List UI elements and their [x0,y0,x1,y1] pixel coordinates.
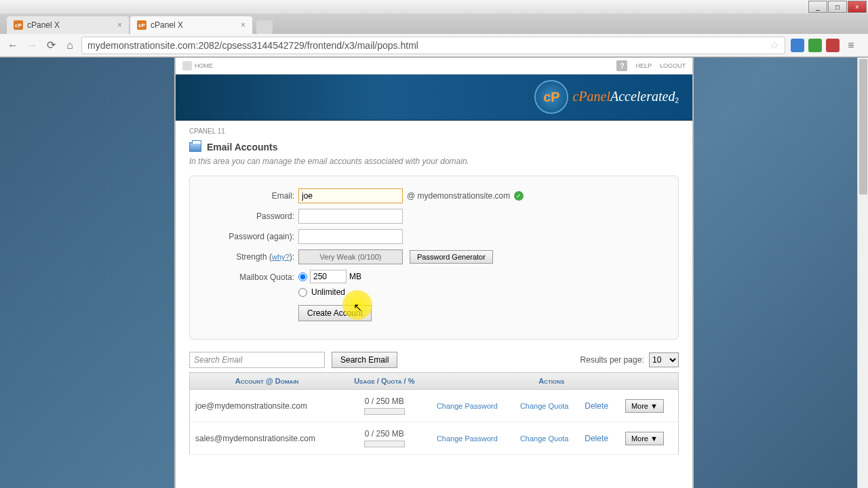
create-account-form: Email: @ mydemonstrationsite.com ✓ Passw… [189,176,679,340]
menu-icon[interactable]: ≡ [844,38,859,53]
quota-size-radio[interactable] [298,272,307,281]
window-title-bar: _ □ × [0,0,868,14]
logout-link[interactable]: LOGOUT [660,62,686,69]
bookmark-star-icon[interactable]: ☆ [770,39,779,52]
change-password-link[interactable]: Change Password [431,402,505,410]
browser-tab[interactable]: cP cPanel X × [130,16,252,34]
quota-input[interactable] [310,270,347,283]
browser-chrome: _ □ × cP cPanel X × cP cPanel X × ← → ⟳ … [0,0,868,58]
more-button[interactable]: More ▼ [625,432,664,445]
search-row: Search Email Results per page: 10 [189,352,679,368]
logo-brand: cPanel [572,89,610,104]
breadcrumb: CPANEL 11 [189,127,679,135]
col-usage[interactable]: Usage / Quota / % [344,373,425,390]
password-label: Password: [210,211,298,221]
tab-label: cPanel X [27,20,60,30]
strength-label: Strength (why?): [210,252,298,262]
logo-icon: cP [534,80,568,114]
table-row: joe@mydemonstrationsite.com 0 / 250 MB C… [190,390,679,422]
scrollbar[interactable] [857,58,868,488]
nav-bar: ← → ⟳ ⌂ mydemonstrationsite.com:2082/cps… [0,34,868,57]
password-generator-button[interactable]: Password Generator [410,250,493,264]
minimize-button[interactable]: _ [808,1,827,13]
email-label: Email: [210,191,298,201]
change-password-link[interactable]: Change Password [431,434,505,443]
unlimited-label: Unlimited [311,287,345,297]
extension-icons: ≡ [791,38,863,53]
delete-link[interactable]: Delete [585,401,608,411]
email-domain: @ mydemonstrationsite.com [407,191,510,201]
password-again-label: Password (again): [210,232,298,241]
password-input[interactable] [298,209,403,224]
tab-strip: cP cPanel X × cP cPanel X × [0,14,868,34]
reload-button[interactable]: ⟳ [43,38,58,53]
more-button[interactable]: More ▼ [625,399,664,413]
page-title: Email Accounts [207,142,278,152]
cpanel-banner: cP cPanelAccelerated2 [176,75,692,121]
why-link[interactable]: why? [272,253,290,261]
new-tab-button[interactable] [256,20,273,34]
cpanel-logo: cP cPanelAccelerated2 [534,80,679,114]
cpanel-container: HOME ? HELP LOGOUT cP cPanelAccelerated2… [174,58,694,488]
usage-cell: 0 / 250 MB [344,390,425,422]
page-description: In this area you can manage the email ac… [189,157,679,166]
logo-suffix: Accelerated [610,89,675,104]
usage-bar [364,441,405,447]
tab-favicon-icon: cP [14,20,23,30]
extension-icon[interactable] [791,39,804,52]
help-link[interactable]: HELP [635,62,652,69]
account-email: joe@mydemonstrationsite.com [190,390,344,422]
maximize-button[interactable]: □ [828,1,847,13]
account-email: sales@mydemonstrationsite.com [190,422,344,455]
extension-icon[interactable] [808,39,822,52]
home-icon[interactable] [182,61,192,70]
change-quota-link[interactable]: Change Quota [515,434,574,443]
email-input[interactable] [298,188,403,203]
back-button[interactable]: ← [5,38,20,53]
forward-button[interactable]: → [24,38,39,53]
cpanel-body: CPANEL 11 Email Accounts In this area yo… [176,121,692,462]
tab-close-icon[interactable]: × [241,20,245,30]
close-button[interactable]: × [848,1,867,13]
quota-label: Mailbox Quota: [210,270,298,282]
usage-bar [364,408,405,415]
usage-cell: 0 / 250 MB [344,422,425,455]
strength-meter: Very Weak (0/100) [298,249,403,264]
results-per-page-label: Results per page: [580,355,644,365]
page-viewport: HOME ? HELP LOGOUT cP cPanelAccelerated2… [0,58,868,488]
search-input[interactable] [189,352,325,368]
password-again-input[interactable] [298,229,403,244]
accounts-table: Account @ Domain Usage / Quota / % Actio… [189,372,679,455]
quota-unlimited-radio[interactable] [298,288,307,297]
tab-favicon-icon: cP [137,20,146,30]
section-header: Email Accounts [189,142,679,152]
url-text: mydemonstrationsite.com:2082/cpsess31445… [87,40,418,51]
home-button[interactable]: ⌂ [62,38,77,53]
change-quota-link[interactable]: Change Quota [515,402,574,410]
home-label[interactable]: HOME [195,62,213,69]
quota-unit: MB [349,272,361,281]
email-icon [189,142,201,152]
browser-tab[interactable]: cP cPanel X × [7,16,129,34]
col-account[interactable]: Account @ Domain [190,373,344,390]
search-button[interactable]: Search Email [332,352,397,368]
url-bar[interactable]: mydemonstrationsite.com:2082/cpsess31445… [81,37,785,54]
check-icon: ✓ [514,191,524,201]
tab-label: cPanel X [151,20,183,30]
col-actions: Actions [425,373,679,390]
tab-close-icon[interactable]: × [117,20,122,30]
create-account-button[interactable]: Create Account [298,305,372,321]
extension-icon[interactable] [826,39,840,52]
table-row: sales@mydemonstrationsite.com 0 / 250 MB… [190,422,679,455]
delete-link[interactable]: Delete [585,434,608,443]
help-badge-icon[interactable]: ? [616,60,627,71]
cpanel-topbar: HOME ? HELP LOGOUT [176,58,692,75]
results-per-page-select[interactable]: 10 [649,352,679,367]
logo-sub: 2 [675,98,679,105]
scroll-thumb[interactable] [859,59,867,195]
